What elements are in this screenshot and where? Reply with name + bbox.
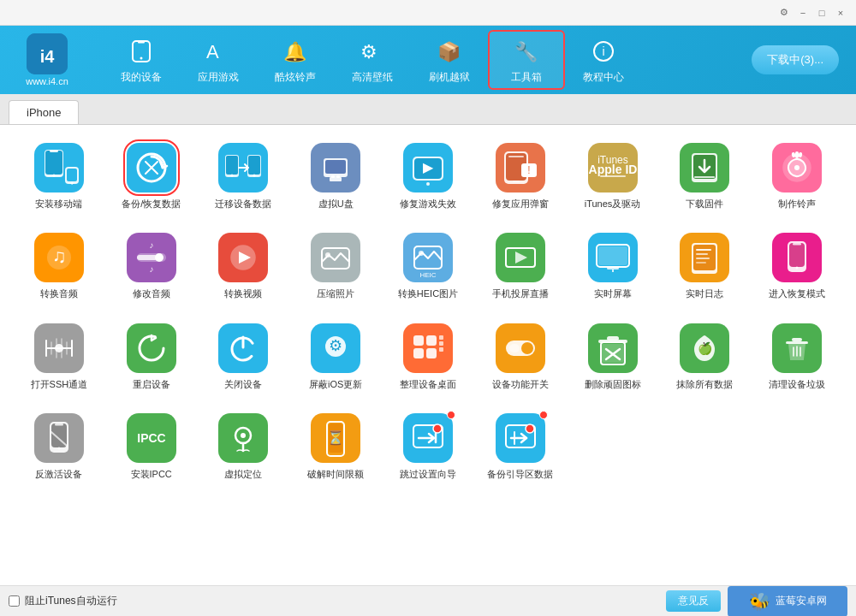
tool-block-ios-update[interactable]: ⚙屏蔽iOS更新 [294,318,377,395]
tool-install-app[interactable]: +安装移动端 [17,138,101,215]
minimize-btn[interactable]: − [794,4,811,21]
tool-real-screen[interactable]: 实时屏幕 [571,228,655,305]
tool-label-fix-popup: 修复应用弹窗 [492,198,549,210]
tool-icon-install-app: + [34,143,84,192]
svg-rect-27 [248,156,260,175]
tool-edit-audio[interactable]: ♪♪修改音频 [110,228,193,305]
tool-clean-junk[interactable]: 清理设备垃圾 [755,318,839,395]
tool-label-make-ringtone: 制作铃声 [778,198,816,210]
nav-item-toolbox[interactable]: 🔧 工具箱 [488,30,565,90]
download-button[interactable]: 下载中(3)... [752,45,839,74]
tool-real-log[interactable]: 实时日志 [663,228,746,305]
svg-rect-45 [513,181,520,182]
nav-item-my-device[interactable]: 我的设备 [103,30,180,90]
logo[interactable]: i4 www.i4.cn [9,33,86,86]
tool-make-ringtone[interactable]: 制作铃声 [755,138,839,215]
logo-url: www.i4.cn [26,76,68,86]
tool-icon-ssh-tunnel [34,323,84,373]
tool-icon-screen-cast [496,233,545,282]
tool-recovery-mode[interactable]: 进入恢复模式 [755,228,839,305]
tool-organize-desktop[interactable]: 整理设备桌面 [386,318,470,395]
svg-text:⚙: ⚙ [360,41,377,62]
tool-label-shutdown-device: 关闭设备 [224,378,262,390]
svg-point-3 [140,56,143,59]
tool-restart-device[interactable]: 重启设备 [110,318,193,395]
tool-break-time[interactable]: ⏳破解时间限额 [294,408,377,485]
tool-migrate-data[interactable]: 迁移设备数据 [202,138,286,215]
svg-rect-33 [330,177,342,181]
tool-deactivate[interactable]: 反激活设备 [17,408,101,485]
tool-virtual-udisk[interactable]: 虚拟U盘 [294,138,377,215]
tool-skip-setup[interactable]: 跳过设置向导 [386,408,470,485]
nav-icon-app-games: A [203,36,234,67]
tool-icon-deactivate [34,413,84,463]
tool-backup-partition[interactable]: 备份引导区数据 [479,408,562,485]
svg-rect-147 [55,424,63,426]
tool-label-install-app: 安装移动端 [35,198,82,210]
tool-label-restart-device: 重启设备 [133,378,170,390]
feedback-button[interactable]: 意见反 [666,590,721,612]
tool-compress-photo[interactable]: 压缩照片 [294,228,377,305]
itunes-check[interactable]: 阻止iTunes自动运行 [9,594,117,608]
svg-rect-34 [331,175,335,178]
nav-item-tutorial[interactable]: i 教程中心 [565,30,642,90]
tool-icon-real-screen [588,233,638,282]
tool-screen-cast[interactable]: 手机投屏直播 [479,228,562,305]
tool-fix-popup[interactable]: !修复应用弹窗 [479,138,562,215]
tool-convert-audio[interactable]: ♫转换音频 [17,228,101,305]
nav-item-wallpaper[interactable]: ⚙ 高清壁纸 [334,30,411,90]
tool-icon-block-ios-update: ⚙ [311,323,360,373]
maximize-btn[interactable]: □ [813,4,830,21]
tool-fix-game[interactable]: ▶修复游戏失效 [386,138,470,215]
nav-item-ringtone[interactable]: 🔔 酷炫铃声 [257,30,334,90]
tool-icon-backup-partition [496,413,545,463]
svg-point-162 [433,424,442,433]
itunes-checkbox[interactable] [9,595,20,607]
tool-icon-clean-junk [772,323,822,373]
tool-icon-fake-location [218,413,268,463]
tool-icon-fix-game: ▶ [403,143,453,192]
tool-install-ipcc[interactable]: IPCC安装IPCC [110,408,193,485]
nav-label-jailbreak: 刷机越狱 [429,70,470,85]
tool-label-deactivate: 反激活设备 [35,468,82,480]
nav-label-my-device: 我的设备 [121,70,162,85]
tool-convert-heic[interactable]: HEIC转换HEIC图片 [386,228,470,305]
tool-icon-organize-desktop [403,323,453,373]
tool-icon-restart-device [127,323,176,373]
header: i4 www.i4.cn 我的设备 A 应用游戏 🔔 酷炫铃声 ⚙ 高清壁纸 📦… [0,26,856,94]
tab-iphone[interactable]: iPhone [9,100,79,124]
close-btn[interactable]: × [832,4,849,21]
tool-label-remove-stubborn: 删除顽固图标 [585,378,641,390]
nav-item-app-games[interactable]: A 应用游戏 [180,30,257,90]
nav-item-jailbreak[interactable]: 📦 刷机越狱 [411,30,488,90]
nav-label-toolbox: 工具箱 [511,70,542,85]
tool-erase-all-data[interactable]: 🍏抹除所有数据 [663,318,746,395]
tool-icon-break-time: ⏳ [311,413,360,463]
svg-text:HEIC: HEIC [419,271,436,279]
tool-remove-stubborn[interactable]: 删除顽固图标 [571,318,655,395]
tool-label-convert-heic: 转换HEIC图片 [398,287,458,299]
nav-label-wallpaper: 高清壁纸 [352,70,393,85]
settings-btn[interactable]: ⚙ [776,4,793,21]
tool-download-firmware[interactable]: 下载固件 [663,138,746,215]
svg-text:🍏: 🍏 [698,341,713,356]
tool-label-real-log: 实时日志 [686,287,723,299]
tool-icon-make-ringtone [772,143,822,192]
tool-label-migrate-data: 迁移设备数据 [215,198,271,210]
svg-rect-118 [426,335,437,346]
tool-icon-compress-photo [311,233,360,282]
tool-convert-video[interactable]: 转换视频 [202,228,286,305]
svg-rect-121 [439,335,443,340]
tool-fake-location[interactable]: 虚拟定位 [202,408,286,485]
tool-label-skip-setup: 跳过设置向导 [400,468,456,480]
svg-rect-14 [45,151,62,175]
svg-text:🔧: 🔧 [514,40,538,63]
svg-rect-50 [600,175,626,177]
svg-text:♪: ♪ [149,264,153,274]
tool-backup-restore[interactable]: 备份/恢复数据 [110,138,193,215]
tool-itunes-driver[interactable]: Apple IDiTunesiTunes及驱动 [571,138,655,215]
tool-label-backup-restore: 备份/恢复数据 [122,198,181,210]
tool-ssh-tunnel[interactable]: 打开SSH通道 [17,318,101,395]
tool-shutdown-device[interactable]: 关闭设备 [202,318,286,395]
tool-device-switch[interactable]: 设备功能开关 [479,318,562,395]
